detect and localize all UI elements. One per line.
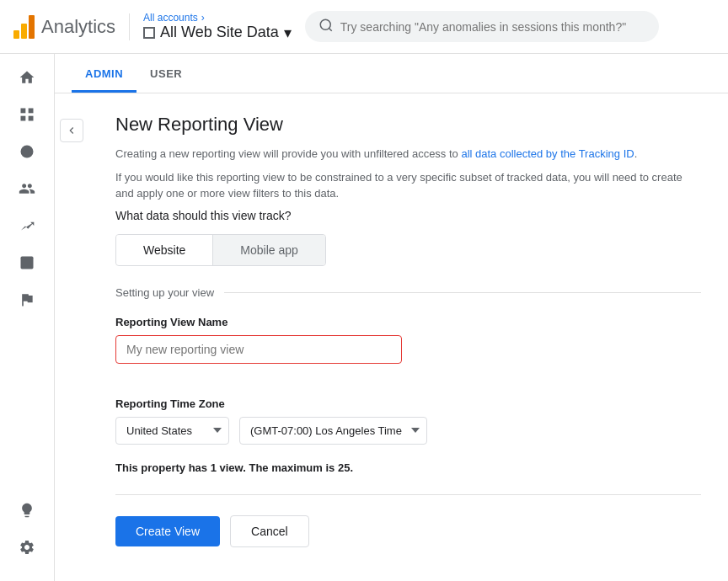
layout: ADMIN USER New Reporting View Creating a… xyxy=(0,54,728,581)
sidebar-item-settings[interactable] xyxy=(7,530,47,564)
reporting-view-name-label: Reporting View Name xyxy=(115,316,701,328)
info-text-1: Creating a new reporting view will provi… xyxy=(115,146,701,163)
toggle-mobile[interactable]: Mobile app xyxy=(213,235,325,265)
app-logo: Analytics xyxy=(13,15,115,39)
reporting-time-zone-field: Reporting Time Zone United States United… xyxy=(115,397,701,445)
divider xyxy=(115,494,701,495)
svg-rect-3 xyxy=(29,109,34,114)
header-divider xyxy=(129,13,130,40)
content-area: New Reporting View Creating a new report… xyxy=(55,93,728,581)
create-view-button[interactable]: Create View xyxy=(115,516,220,546)
sidebar-item-realtime[interactable] xyxy=(7,135,47,168)
account-section: All accounts › All Web Site Data ▾ xyxy=(143,12,292,42)
reporting-view-name-field: Reporting View Name xyxy=(115,316,701,381)
property-selector[interactable]: All Web Site Data ▾ xyxy=(143,24,292,42)
info-text-1-link: all data collected by the Tracking ID xyxy=(461,147,634,160)
svg-rect-5 xyxy=(29,116,34,121)
sidebar-item-behavior[interactable] xyxy=(7,246,47,280)
toggle-website[interactable]: Website xyxy=(116,235,213,265)
info-text-1-suffix: . xyxy=(634,147,638,160)
search-icon xyxy=(318,18,334,35)
header: Analytics All accounts › All Web Site Da… xyxy=(0,0,728,54)
property-info-text: This property has 1 view. The maximum is… xyxy=(115,461,701,474)
sidebar-item-home[interactable] xyxy=(7,61,47,94)
setup-section-title: Setting up your view xyxy=(115,286,701,299)
form-panel: New Reporting View Creating a new report… xyxy=(88,93,728,581)
tab-admin[interactable]: ADMIN xyxy=(72,54,136,93)
reporting-view-name-input[interactable] xyxy=(115,335,402,364)
action-buttons: Create View Cancel xyxy=(115,515,701,547)
info-text-2: If you would like this reporting view to… xyxy=(115,169,701,202)
svg-rect-2 xyxy=(21,109,26,114)
info-text-1-prefix: Creating a new reporting view will provi… xyxy=(115,147,461,160)
reporting-time-zone-label: Reporting Time Zone xyxy=(115,397,701,410)
sidebar-item-acquisition[interactable] xyxy=(7,209,47,243)
logo-bar-2 xyxy=(21,24,27,39)
back-button[interactable] xyxy=(60,119,83,142)
search-bar[interactable] xyxy=(305,11,659,42)
sidebar-item-insights[interactable] xyxy=(7,493,47,527)
timezone-select[interactable]: (GMT-07:00) Los Angeles Time (GMT-08:00)… xyxy=(239,417,427,445)
all-accounts-link[interactable]: All accounts › xyxy=(143,12,292,24)
svg-point-0 xyxy=(320,19,330,29)
sidebar-item-dashboard[interactable] xyxy=(7,98,47,131)
search-input[interactable] xyxy=(340,20,645,34)
timezone-dropdowns: United States United Kingdom Canada (GMT… xyxy=(115,417,701,445)
sidebar-item-audience[interactable] xyxy=(7,172,47,205)
logo-bar-1 xyxy=(13,30,19,39)
page-title: New Reporting View xyxy=(115,114,701,136)
sidebar-bottom xyxy=(7,493,47,574)
cancel-button[interactable]: Cancel xyxy=(230,515,309,547)
svg-line-1 xyxy=(329,28,331,30)
property-name: All Web Site Data xyxy=(160,24,279,41)
data-type-toggle: Website Mobile app xyxy=(115,234,326,266)
data-track-question: What data should this view track? xyxy=(115,209,701,222)
sidebar xyxy=(0,54,55,581)
tabs-bar: ADMIN USER xyxy=(55,54,728,93)
svg-rect-4 xyxy=(21,116,26,121)
logo-bar-3 xyxy=(29,15,35,39)
back-arrow-panel xyxy=(55,93,88,581)
property-icon xyxy=(143,27,155,39)
tab-user[interactable]: USER xyxy=(136,54,195,93)
logo-bars xyxy=(13,15,35,39)
all-accounts-label: All accounts xyxy=(143,12,198,24)
sidebar-item-conversions[interactable] xyxy=(7,283,47,317)
country-select[interactable]: United States United Kingdom Canada xyxy=(115,417,229,445)
svg-rect-7 xyxy=(21,257,34,269)
property-dropdown-arrow: ▾ xyxy=(284,24,292,42)
app-name: Analytics xyxy=(41,16,115,38)
all-accounts-arrow: › xyxy=(201,12,205,24)
main-content: ADMIN USER New Reporting View Creating a… xyxy=(55,54,728,581)
